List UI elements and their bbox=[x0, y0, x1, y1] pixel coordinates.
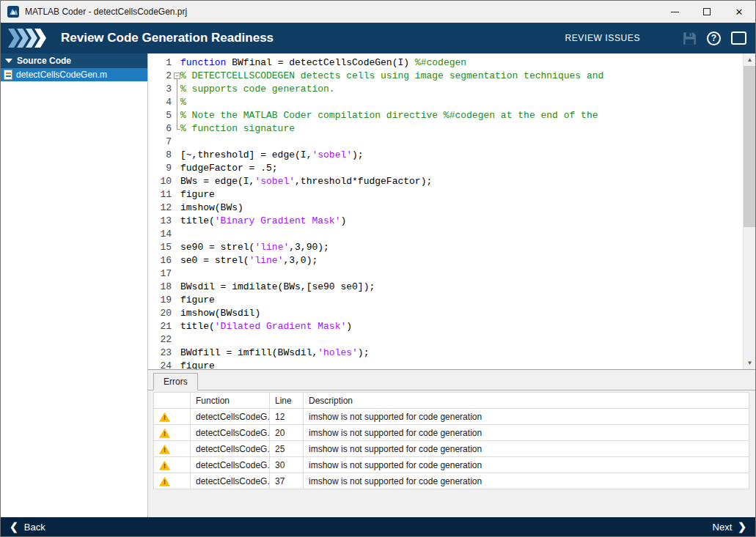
code-line[interactable]: 17 bbox=[148, 267, 743, 281]
error-row[interactable]: detectCellsCodeG...20imshow is not suppo… bbox=[154, 425, 749, 441]
code-line[interactable]: 10BWs = edge(I,'sobel',threshold*fudgeFa… bbox=[148, 175, 743, 188]
warning-icon bbox=[159, 477, 170, 486]
help-icon[interactable]: ? bbox=[707, 32, 721, 45]
errors-column-header[interactable]: Description bbox=[304, 393, 749, 409]
editor-vertical-scrollbar[interactable]: ▲ ▼ bbox=[743, 53, 755, 369]
code-editor[interactable]: 1function BWfinal = detectCellsCodeGen(I… bbox=[148, 53, 755, 369]
code-line[interactable]: 12imshow(BWs) bbox=[148, 201, 743, 215]
code-line[interactable]: 22 bbox=[148, 333, 743, 347]
sidebar-item-label: detectCellsCodeGen.m bbox=[16, 70, 107, 80]
code-text: % DETECTCELLSCODEGEN detects cells using… bbox=[180, 70, 603, 83]
errors-column-header[interactable]: Function bbox=[191, 393, 270, 409]
minimize-button[interactable] bbox=[658, 1, 691, 23]
error-row[interactable]: detectCellsCodeG...25imshow is not suppo… bbox=[154, 441, 749, 457]
code-text: % Note the MATLAB Coder compilation dire… bbox=[180, 109, 598, 122]
code-line[interactable]: 20imshow(BWsdil) bbox=[148, 307, 743, 320]
code-line[interactable]: 6% function signature bbox=[148, 122, 743, 136]
maximize-button[interactable] bbox=[691, 1, 723, 23]
line-number: 2 bbox=[148, 70, 172, 83]
next-label: Next bbox=[713, 522, 733, 533]
line-number: 21 bbox=[148, 320, 172, 333]
close-button[interactable]: ✕ bbox=[723, 1, 755, 23]
code-line[interactable]: 18BWsdil = imdilate(BWs,[se90 se0]); bbox=[148, 281, 743, 294]
errors-panel: Errors FunctionLineDescription detectCel… bbox=[148, 369, 755, 519]
back-button[interactable]: ❮ Back bbox=[10, 521, 45, 533]
errors-column-header[interactable] bbox=[154, 393, 191, 409]
source-code-sidebar: Source Code detectCellsCodeGen.m bbox=[1, 53, 148, 517]
code-text: figure bbox=[180, 188, 215, 201]
errors-column-header[interactable]: Line bbox=[270, 393, 304, 409]
line-number: 9 bbox=[148, 162, 172, 175]
code-line[interactable]: 8[~,threshold] = edge(I,'sobel'); bbox=[148, 149, 743, 162]
code-line[interactable]: 1function BWfinal = detectCellsCodeGen(I… bbox=[148, 56, 743, 70]
code-text: BWsdil = imdilate(BWs,[se90 se0]); bbox=[180, 281, 375, 294]
line-number: 5 bbox=[148, 109, 172, 122]
code-line[interactable]: 15se90 = strel('line',3,90); bbox=[148, 241, 743, 254]
footer-nav-bar: ❮ Back Next ❯ bbox=[1, 517, 755, 536]
code-text: imshow(BWs) bbox=[180, 201, 243, 215]
code-line[interactable]: 23BWdfill = imfill(BWsdil,'holes'); bbox=[148, 347, 743, 360]
source-code-section-header[interactable]: Source Code bbox=[1, 53, 147, 68]
line-number: 20 bbox=[148, 307, 172, 320]
code-line[interactable]: 3% supports code generation. bbox=[148, 83, 743, 96]
error-row[interactable]: detectCellsCodeG...12imshow is not suppo… bbox=[154, 409, 749, 425]
error-row[interactable]: detectCellsCodeG...37imshow is not suppo… bbox=[154, 473, 749, 489]
code-text: figure bbox=[180, 294, 215, 307]
header-actions: REVIEW ISSUES ? bbox=[565, 32, 747, 45]
line-number: 10 bbox=[148, 175, 172, 188]
window-title: MATLAB Coder - detectCellsCodeGen.prj bbox=[25, 7, 658, 17]
line-number: 16 bbox=[148, 254, 172, 267]
code-text: % supports code generation. bbox=[180, 83, 335, 96]
collapse-triangle-icon bbox=[5, 59, 12, 63]
scrollbar-thumb[interactable] bbox=[744, 66, 755, 227]
code-line[interactable]: 2% DETECTCELLSCODEGEN detects cells usin… bbox=[148, 70, 743, 83]
line-number: 23 bbox=[148, 347, 172, 360]
line-number: 4 bbox=[148, 96, 172, 109]
code-line[interactable]: 7 bbox=[148, 136, 743, 149]
line-number: 6 bbox=[148, 122, 172, 136]
line-number: 17 bbox=[148, 267, 172, 281]
errors-table: FunctionLineDescription detectCellsCodeG… bbox=[153, 392, 749, 489]
line-number: 1 bbox=[148, 56, 172, 70]
coder-chevrons-logo-icon bbox=[8, 29, 48, 48]
errors-table-wrap: FunctionLineDescription detectCellsCodeG… bbox=[153, 392, 749, 489]
line-number: 3 bbox=[148, 83, 172, 96]
code-line[interactable]: 5% Note the MATLAB Coder compilation dir… bbox=[148, 109, 743, 122]
code-text: se90 = strel('line',3,90); bbox=[180, 241, 329, 254]
code-lines[interactable]: 1function BWfinal = detectCellsCodeGen(I… bbox=[148, 53, 743, 369]
line-number: 22 bbox=[148, 333, 172, 347]
code-text: % function signature bbox=[180, 122, 295, 136]
menu-icon[interactable] bbox=[731, 32, 746, 45]
review-issues-link[interactable]: REVIEW ISSUES bbox=[565, 33, 641, 43]
code-line[interactable]: 9fudgeFactor = .5; bbox=[148, 162, 743, 175]
code-text: function BWfinal = detectCellsCodeGen(I)… bbox=[180, 56, 466, 70]
code-line[interactable]: 19figure bbox=[148, 294, 743, 307]
error-row[interactable]: detectCellsCodeG...30imshow is not suppo… bbox=[154, 457, 749, 473]
maximize-icon bbox=[703, 8, 711, 15]
sidebar-item-detectcellscodegen[interactable]: detectCellsCodeGen.m bbox=[1, 68, 147, 81]
code-line[interactable]: 4% bbox=[148, 96, 743, 109]
code-text: BWdfill = imfill(BWsdil,'holes'); bbox=[180, 347, 369, 360]
right-column: 1function BWfinal = detectCellsCodeGen(I… bbox=[148, 53, 755, 517]
minimize-icon bbox=[671, 12, 679, 12]
scroll-up-arrow-icon[interactable]: ▲ bbox=[744, 53, 755, 66]
errors-table-body: detectCellsCodeG...12imshow is not suppo… bbox=[154, 409, 749, 489]
errors-tab-bar: Errors bbox=[148, 370, 755, 390]
code-line[interactable]: 11figure bbox=[148, 188, 743, 201]
next-button[interactable]: Next ❯ bbox=[713, 521, 746, 533]
code-line[interactable]: 24figure bbox=[148, 360, 743, 369]
title-bar: MATLAB Coder - detectCellsCodeGen.prj ✕ bbox=[1, 1, 755, 23]
save-icon[interactable] bbox=[683, 32, 697, 45]
code-line[interactable]: 16se0 = strel('line',3,0); bbox=[148, 254, 743, 267]
code-fold-toggle-icon[interactable]: − bbox=[174, 73, 180, 79]
errors-header-row: FunctionLineDescription bbox=[154, 393, 749, 409]
code-line[interactable]: 21title('Dilated Gradient Mask') bbox=[148, 320, 743, 333]
code-line[interactable]: 13title('Binary Gradient Mask') bbox=[148, 215, 743, 228]
line-number: 14 bbox=[148, 228, 172, 241]
code-line[interactable]: 14 bbox=[148, 228, 743, 241]
next-chevron-icon: ❯ bbox=[738, 521, 746, 533]
scroll-down-arrow-icon[interactable]: ▼ bbox=[744, 357, 755, 369]
back-label: Back bbox=[24, 522, 45, 533]
line-number: 24 bbox=[148, 360, 172, 369]
tab-errors[interactable]: Errors bbox=[153, 373, 198, 390]
